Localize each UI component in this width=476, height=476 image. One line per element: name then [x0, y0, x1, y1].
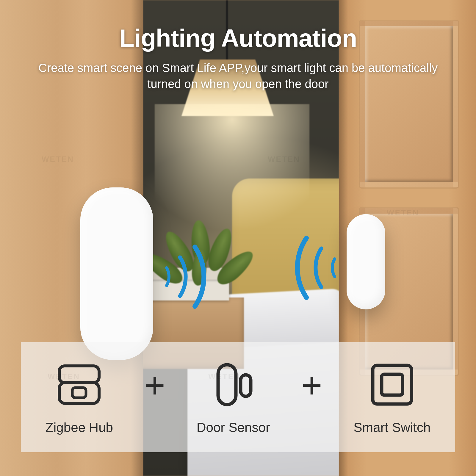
- zigbee-hub-icon: [54, 359, 104, 410]
- svg-rect-6: [382, 374, 403, 395]
- plant-decor: [152, 208, 229, 286]
- svg-rect-0: [59, 383, 99, 403]
- svg-rect-4: [241, 375, 251, 396]
- svg-rect-3: [218, 365, 236, 405]
- door-sensor-main-unit: [80, 187, 153, 360]
- hero-title: Lighting Automation: [36, 24, 440, 53]
- svg-rect-5: [373, 365, 411, 404]
- device-combo-strip: Zigbee Hub + Door Sensor + Smart Switch: [21, 342, 455, 452]
- product-marketing-scene: Lighting Automation Create smart scene o…: [0, 0, 476, 476]
- hero-subtitle: Create smart scene on Smart Life APP,you…: [36, 60, 440, 92]
- smart-switch-icon: [367, 359, 417, 410]
- svg-rect-1: [59, 366, 99, 383]
- svg-rect-2: [72, 388, 86, 398]
- plus-separator-icon: +: [144, 367, 165, 403]
- strip-item-smart-switch: Smart Switch: [353, 359, 430, 435]
- strip-item-zigbee-hub: Zigbee Hub: [46, 359, 113, 435]
- door-sensor-icon: [208, 359, 259, 410]
- plus-separator-icon: +: [301, 367, 322, 403]
- door-sensor-magnet-unit: [347, 214, 385, 309]
- strip-label: Zigbee Hub: [46, 420, 113, 435]
- strip-item-door-sensor: Door Sensor: [197, 359, 270, 435]
- hero-heading: Lighting Automation Create smart scene o…: [0, 24, 476, 92]
- strip-label: Door Sensor: [197, 420, 270, 435]
- strip-label: Smart Switch: [353, 420, 430, 435]
